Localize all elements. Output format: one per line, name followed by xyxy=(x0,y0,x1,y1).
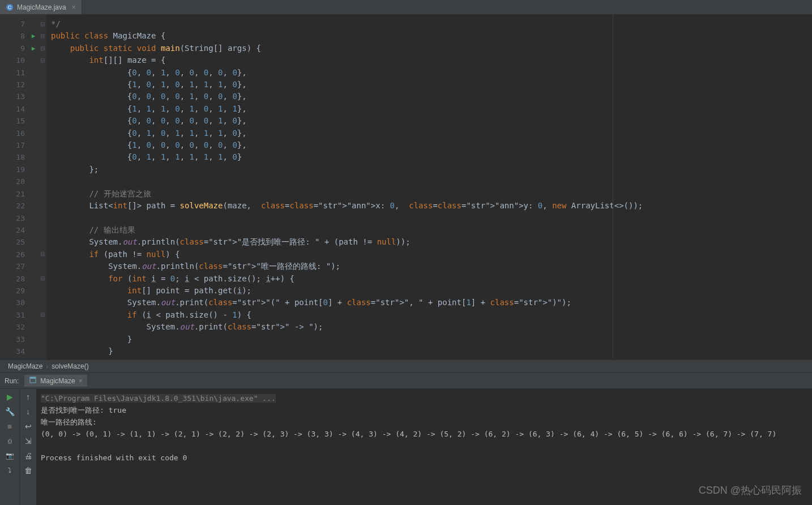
up-arrow-icon[interactable]: ↑ xyxy=(24,392,33,401)
application-icon xyxy=(29,376,37,386)
gutter-run-icons: ▶▶ xyxy=(28,15,39,360)
stop-icon[interactable]: ■ xyxy=(5,422,14,431)
run-tool-header: Run: MagicMaze × xyxy=(0,373,812,389)
soft-wrap-icon[interactable]: ↩ xyxy=(24,422,33,431)
run-label: Run: xyxy=(5,377,19,385)
code-editor[interactable]: 7891011121314151617181920212223242526272… xyxy=(0,15,812,360)
tab-filename: MagicMaze.java xyxy=(17,3,66,11)
wrench-icon[interactable]: 🔧 xyxy=(5,407,14,416)
breadcrumb: MagicMaze › solveMaze() xyxy=(0,360,812,373)
trash-icon[interactable]: 🗑 xyxy=(24,466,33,475)
print-icon[interactable]: 🖨 xyxy=(24,451,33,460)
scroll-end-icon[interactable]: ⇲ xyxy=(24,436,33,446)
file-tab[interactable]: C MagicMaze.java × xyxy=(0,0,82,14)
run-console-panel: ▶ 🔧 ■ ⎙ 📷 ⤵ ↑ ↓ ↩ ⇲ 🖨 🗑 "C:\Program File… xyxy=(0,389,812,505)
down-arrow-icon[interactable]: ↓ xyxy=(24,407,33,416)
breadcrumb-class[interactable]: MagicMaze xyxy=(8,362,42,370)
fold-column: ⊟⊟⊟⊟⊟⊟⊟ xyxy=(39,15,46,360)
close-icon[interactable]: × xyxy=(79,377,83,385)
dump-icon[interactable]: ⎙ xyxy=(5,436,14,446)
svg-rect-3 xyxy=(30,377,36,379)
java-class-icon: C xyxy=(6,3,14,11)
run-toolbar-left: ▶ 🔧 ■ ⎙ 📷 ⤵ xyxy=(0,389,19,505)
svg-text:C: C xyxy=(8,5,12,10)
chevron-right-icon: › xyxy=(46,362,48,370)
run-config-tab[interactable]: MagicMaze × xyxy=(24,375,87,387)
code-area[interactable]: */public class MagicMaze { public static… xyxy=(46,15,812,360)
rerun-icon[interactable]: ▶ xyxy=(5,392,14,401)
editor-tab-bar: C MagicMaze.java × xyxy=(0,0,812,15)
run-config-name: MagicMaze xyxy=(40,377,75,385)
run-toolbar-left2: ↑ ↓ ↩ ⇲ 🖨 🗑 xyxy=(19,389,36,505)
line-number-gutter: 7891011121314151617181920212223242526272… xyxy=(0,15,28,360)
right-margin-line xyxy=(613,15,613,360)
camera-icon[interactable]: 📷 xyxy=(5,451,14,460)
exit-icon[interactable]: ⤵ xyxy=(5,466,14,475)
breadcrumb-method[interactable]: solveMaze() xyxy=(52,362,88,370)
console-output[interactable]: "C:\Program Files\Java\jdk1.8.0_351\bin\… xyxy=(36,389,812,505)
close-icon[interactable]: × xyxy=(72,3,76,11)
